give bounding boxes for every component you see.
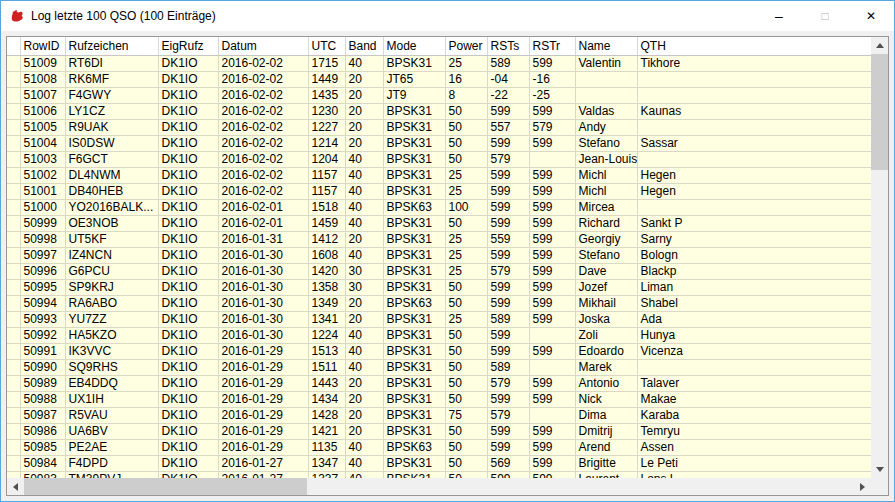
cell[interactable]: JT65 (383, 71, 445, 87)
table-row[interactable]: 50995SP9KRJDK1IO2016-01-30135830BPSK3150… (7, 279, 871, 295)
scroll-right-button[interactable] (854, 478, 871, 495)
column-header-rowid[interactable]: RowID (20, 37, 65, 55)
cell[interactable]: BPSK31 (383, 183, 445, 199)
cell[interactable]: BPSK31 (383, 311, 445, 327)
cell[interactable]: 599 (487, 343, 529, 359)
cell[interactable]: 569 (487, 455, 529, 471)
cell[interactable]: 579 (487, 151, 529, 167)
cell[interactable]: SP9KRJ (65, 279, 158, 295)
cell[interactable]: Brigitte (575, 455, 637, 471)
cell[interactable] (637, 359, 871, 375)
cell[interactable]: 2016-01-29 (218, 423, 308, 439)
cell[interactable]: Jean-Louis (575, 151, 637, 167)
cell[interactable]: 20 (345, 135, 383, 151)
cell[interactable]: Dima (575, 407, 637, 423)
cell[interactable]: Edoardo (575, 343, 637, 359)
cell[interactable]: 25 (445, 167, 487, 183)
cell[interactable]: LY1CZ (65, 103, 158, 119)
cell[interactable]: F4GWY (65, 87, 158, 103)
cell[interactable]: Jozef (575, 279, 637, 295)
cell[interactable]: BPSK63 (383, 439, 445, 455)
table-row[interactable]: 51006LY1CZDK1IO2016-02-02123020BPSK31505… (7, 103, 871, 119)
cell[interactable]: BPSK63 (383, 199, 445, 215)
cell[interactable]: 20 (345, 119, 383, 135)
cell[interactable]: 25 (445, 183, 487, 199)
column-header-eigrufz[interactable]: EigRufz (158, 37, 218, 55)
cell[interactable]: Sarny (637, 231, 871, 247)
column-header-mode[interactable]: Mode (383, 37, 445, 55)
cell[interactable]: Marek (575, 359, 637, 375)
cell[interactable] (575, 87, 637, 103)
cell[interactable]: 559 (487, 231, 529, 247)
column-header-power[interactable]: Power (445, 37, 487, 55)
cell[interactable]: Valdas (575, 103, 637, 119)
cell[interactable]: 599 (487, 391, 529, 407)
cell[interactable]: 1459 (308, 215, 345, 231)
cell[interactable]: 1412 (308, 231, 345, 247)
cell[interactable]: 40 (345, 471, 383, 478)
cell[interactable]: 2016-02-01 (218, 199, 308, 215)
cell[interactable]: 1227 (308, 119, 345, 135)
cell[interactable]: 2016-02-02 (218, 55, 308, 71)
cell[interactable]: 599 (529, 231, 575, 247)
cell[interactable]: DK1IO (158, 295, 218, 311)
cell[interactable]: 599 (529, 263, 575, 279)
cell[interactable]: BPSK31 (383, 263, 445, 279)
cell[interactable]: DK1IO (158, 199, 218, 215)
vertical-scroll-thumb[interactable] (871, 54, 888, 170)
cell[interactable]: 20 (345, 71, 383, 87)
cell[interactable]: 2016-02-02 (218, 151, 308, 167)
cell[interactable]: 50 (445, 119, 487, 135)
column-header-datum[interactable]: Datum (218, 37, 308, 55)
table-row[interactable]: 50999OE3NOBDK1IO2016-02-01145940BPSK3150… (7, 215, 871, 231)
cell[interactable]: PE2AE (65, 439, 158, 455)
cell[interactable]: DK1IO (158, 343, 218, 359)
cell[interactable]: 75 (445, 407, 487, 423)
cell[interactable]: R9UAK (65, 119, 158, 135)
cell[interactable]: DK1IO (158, 119, 218, 135)
cell[interactable]: 50 (445, 471, 487, 478)
cell[interactable]: 51000 (20, 199, 65, 215)
table-row[interactable]: 51001DB40HEBDK1IO2016-02-02115740BPSK312… (7, 183, 871, 199)
cell[interactable]: 2016-01-30 (218, 295, 308, 311)
cell[interactable]: 40 (345, 247, 383, 263)
cell[interactable]: BPSK31 (383, 167, 445, 183)
cell[interactable]: Antonio (575, 375, 637, 391)
cell[interactable]: Blackp (637, 263, 871, 279)
cell[interactable]: BPSK31 (383, 55, 445, 71)
cell[interactable]: 599 (529, 135, 575, 151)
cell[interactable]: RT6DI (65, 55, 158, 71)
cell[interactable]: BPSK31 (383, 327, 445, 343)
cell[interactable]: G6PCU (65, 263, 158, 279)
cell[interactable]: Bologn (637, 247, 871, 263)
cell[interactable]: 1230 (308, 103, 345, 119)
cell[interactable]: 1434 (308, 391, 345, 407)
cell[interactable]: 599 (529, 439, 575, 455)
cell[interactable]: 1224 (308, 327, 345, 343)
close-button[interactable]: ✕ (848, 1, 894, 31)
cell[interactable]: 599 (487, 103, 529, 119)
cell[interactable]: 599 (529, 279, 575, 295)
cell[interactable]: Hunya (637, 327, 871, 343)
cell[interactable]: 2016-01-30 (218, 279, 308, 295)
cell[interactable]: 579 (487, 407, 529, 423)
cell[interactable]: 51002 (20, 167, 65, 183)
cell[interactable]: 51007 (20, 87, 65, 103)
cell[interactable]: 40 (345, 199, 383, 215)
table-row[interactable]: 51005R9UAKDK1IO2016-02-02122720BPSK31505… (7, 119, 871, 135)
cell[interactable] (529, 151, 575, 167)
cell[interactable]: 50995 (20, 279, 65, 295)
cell[interactable]: YU7ZZ (65, 311, 158, 327)
cell[interactable]: 50 (445, 103, 487, 119)
cell[interactable]: Temryu (637, 423, 871, 439)
cell[interactable]: DK1IO (158, 167, 218, 183)
scroll-left-button[interactable] (7, 478, 24, 495)
cell[interactable]: 599 (529, 343, 575, 359)
cell[interactable]: F6GCT (65, 151, 158, 167)
cell[interactable]: 40 (345, 327, 383, 343)
cell[interactable]: 40 (345, 215, 383, 231)
column-header-rufzeichen[interactable]: Rufzeichen (65, 37, 158, 55)
cell[interactable]: 1511 (308, 359, 345, 375)
table-row[interactable]: 51004IS0DSWDK1IO2016-02-02121420BPSK3150… (7, 135, 871, 151)
cell[interactable]: 599 (529, 471, 575, 478)
